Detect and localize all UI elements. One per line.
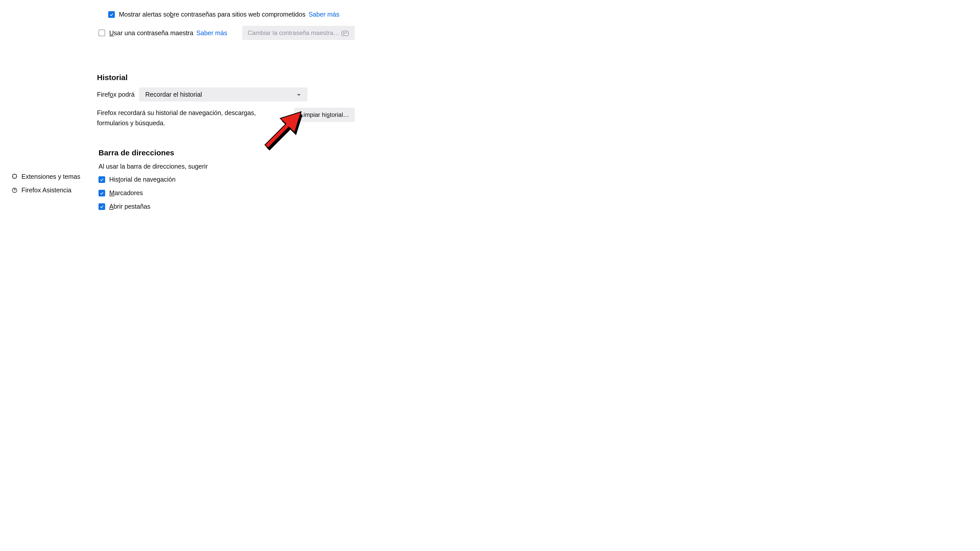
- master-password-label: Usar una contraseña maestra: [109, 29, 193, 37]
- history-mode-label: Firefox podrá: [97, 91, 135, 98]
- sidebar-extensions-themes[interactable]: Extensiones y temas: [11, 173, 80, 180]
- master-password-learn-more-link[interactable]: Saber más: [196, 29, 227, 37]
- sidebar-extensions-label: Extensiones y temas: [21, 173, 80, 180]
- checkbox-breach-alerts[interactable]: [108, 11, 115, 18]
- sidebar-support-label: Firefox Asistencia: [21, 186, 72, 194]
- history-description: Firefox recordará su historial de navega…: [97, 108, 281, 128]
- breach-alerts-learn-more-link[interactable]: Saber más: [309, 11, 339, 18]
- clear-history-button[interactable]: Limpiar historial…: [294, 108, 355, 122]
- addressbar-item-0-label: Historial de navegación: [109, 176, 176, 183]
- help-icon: [11, 187, 18, 194]
- checkbox-addressbar-0[interactable]: [99, 176, 105, 183]
- checkbox-addressbar-1[interactable]: [99, 190, 105, 197]
- history-mode-select[interactable]: Recordar el historial: [139, 87, 307, 102]
- address-bar-intro: Al usar la barra de direcciones, sugerir: [99, 163, 355, 170]
- sidebar-support[interactable]: Firefox Asistencia: [11, 186, 80, 194]
- history-mode-selected: Recordar el historial: [145, 91, 202, 98]
- change-master-password-button[interactable]: Cambiar la contraseña maestra… (P): [242, 26, 355, 40]
- checkbox-addressbar-2[interactable]: [99, 203, 105, 210]
- history-heading: Historial: [97, 73, 355, 82]
- chevron-down-icon: [296, 92, 301, 97]
- puzzle-icon: [11, 173, 18, 180]
- addressbar-item-2-label: Abrir pestañas: [109, 203, 150, 210]
- breach-alerts-label: Mostrar alertas sobre contraseñas para s…: [119, 11, 305, 18]
- svg-point-1: [14, 191, 15, 192]
- address-bar-heading: Barra de direcciones: [99, 148, 355, 157]
- addressbar-item-1-label: Marcadores: [109, 189, 143, 197]
- checkbox-master-password[interactable]: [99, 30, 105, 36]
